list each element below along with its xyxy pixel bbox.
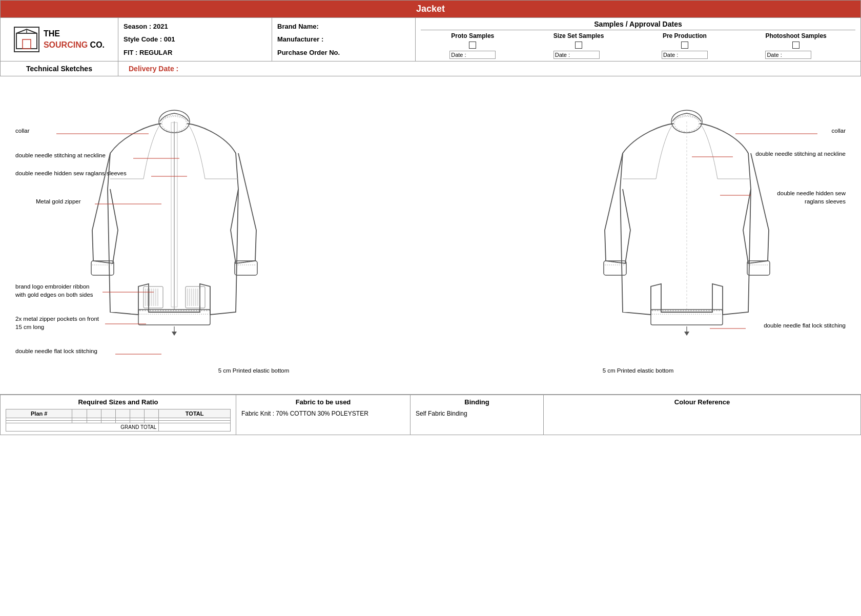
col4-header: [101, 409, 115, 418]
bottom-section: Required Sizes and Ratio Plan # TOTAL: [0, 394, 861, 435]
svg-rect-0: [16, 33, 37, 49]
col3-header: [87, 409, 101, 418]
pre-prod-date: Date :: [662, 51, 708, 59]
logo-icon: [14, 27, 39, 52]
ann-raglan-front: double needle hidden sew raglans sleeves: [15, 170, 127, 176]
fit-row: FIT : REGULAR: [124, 47, 266, 58]
ann-flatlock-front: double needle flat lock stitching: [15, 348, 97, 354]
info-mid: Brand Name: Manufacturer : Purchase Orde…: [272, 18, 416, 61]
delivery-cell: Delivery Date :: [118, 61, 860, 76]
size-set-date-line: Date :: [554, 51, 600, 59]
photoshoot-date: Date :: [765, 51, 826, 59]
delivery-label: Delivery Date :: [129, 65, 178, 73]
svg-rect-26: [186, 286, 205, 308]
size-set-col: Size Set Samples Date :: [554, 32, 604, 59]
samples-cols: Proto Samples Date : Size Set Samples Da…: [421, 32, 855, 59]
binding-value: Self Fabric Binding: [416, 410, 538, 417]
svg-marker-35: [172, 332, 177, 336]
samples-title: Samples / Approval Dates: [421, 20, 855, 30]
back-view: collar double needle stitching at neckli…: [430, 87, 846, 384]
tech-sketches-label: Technical Sketches: [1, 61, 118, 76]
proto-samples-col: Proto Samples Date :: [449, 32, 496, 59]
size-set-label: Size Set Samples: [554, 32, 604, 39]
po-row: Purchase Order No.: [277, 47, 410, 58]
photoshoot-label: Photoshoot Samples: [765, 32, 826, 39]
manufacturer-row: Manufacturer :: [277, 34, 410, 45]
size-set-checkbox[interactable]: [575, 42, 582, 49]
col7-header: [145, 409, 159, 418]
sizes-cell: Required Sizes and Ratio Plan # TOTAL: [1, 395, 236, 435]
logo-cell: THESOURCING CO.: [1, 18, 118, 61]
svg-marker-48: [684, 332, 689, 336]
samples-section: Samples / Approval Dates Proto Samples D…: [416, 18, 860, 61]
jacket-title: Jacket: [0, 0, 861, 18]
proto-checkbox[interactable]: [469, 42, 476, 49]
logo-text: THESOURCING CO.: [44, 28, 105, 51]
tech-row: Technical Sketches Delivery Date :: [0, 61, 861, 76]
photoshoot-date-line: Date :: [765, 51, 811, 59]
elastic-label-front: 5 cm Printed elastic bottom: [218, 367, 290, 374]
season-row: Season : 2021: [124, 21, 266, 32]
svg-rect-3: [23, 39, 31, 49]
plan-header: Plan #: [6, 409, 72, 418]
ann-flatlock-back: double needle flat lock stitching: [764, 322, 846, 328]
proto-date: Date :: [449, 51, 496, 59]
proto-label: Proto Samples: [449, 32, 496, 39]
header-info-row: THESOURCING CO. Season : 2021 Style Code…: [0, 18, 861, 61]
svg-rect-18: [144, 286, 163, 308]
pre-prod-checkbox[interactable]: [681, 42, 688, 49]
size-set-date: Date :: [554, 51, 604, 59]
pre-prod-col: Pre Production Date :: [662, 32, 708, 59]
sketch-area: collar double needle stitching at neckli…: [0, 76, 861, 394]
grand-total-row: GRAND TOTAL: [6, 423, 231, 432]
sizes-table: Plan # TOTAL GRAND TOTAL: [6, 409, 231, 432]
fabric-value: Fabric Knit : 70% COTTON 30% POLEYSTER: [241, 410, 405, 417]
brand-row: Brand Name:: [277, 21, 410, 32]
binding-title: Binding: [416, 398, 538, 406]
ann-raglan-back: double needle hidden sewraglans sleeves: [777, 189, 846, 206]
ann-brand-front: brand logo embroider ribbonwith gold edg…: [15, 282, 93, 299]
ann-collar-back: collar: [832, 128, 846, 134]
total-header: TOTAL: [159, 409, 231, 418]
front-view: collar double needle stitching at neckli…: [15, 87, 430, 384]
photoshoot-checkbox[interactable]: [792, 42, 799, 49]
pre-prod-label: Pre Production: [662, 32, 708, 39]
fabric-title: Fabric to be used: [241, 398, 405, 406]
ann-pockets-front: 2x metal zipper pockets on front15 cm lo…: [15, 315, 99, 331]
pre-prod-date-line: Date :: [662, 51, 708, 59]
info-left: Season : 2021 Style Code : 001 FIT : REG…: [118, 18, 272, 61]
binding-cell: Binding Self Fabric Binding: [411, 395, 544, 435]
proto-date-line: Date :: [449, 51, 496, 59]
col5-header: [115, 409, 130, 418]
colour-cell: Colour Reference: [544, 395, 860, 435]
ann-dneck-front: double needle stitching at neckline: [15, 152, 106, 158]
style-row: Style Code : 001: [124, 34, 266, 45]
colour-title: Colour Reference: [549, 398, 855, 406]
ann-dneck-back: double needle stitching at neckline: [755, 151, 846, 157]
sizes-title: Required Sizes and Ratio: [6, 398, 231, 406]
ann-zipper-front: Metal gold zipper: [36, 198, 81, 204]
col6-header: [130, 409, 145, 418]
col2-header: [72, 409, 87, 418]
elastic-label-back: 5 cm Printed elastic bottom: [603, 367, 674, 374]
ann-collar-front: collar: [15, 128, 29, 134]
photoshoot-col: Photoshoot Samples Date :: [765, 32, 826, 59]
fabric-cell: Fabric to be used Fabric Knit : 70% COTT…: [236, 395, 411, 435]
